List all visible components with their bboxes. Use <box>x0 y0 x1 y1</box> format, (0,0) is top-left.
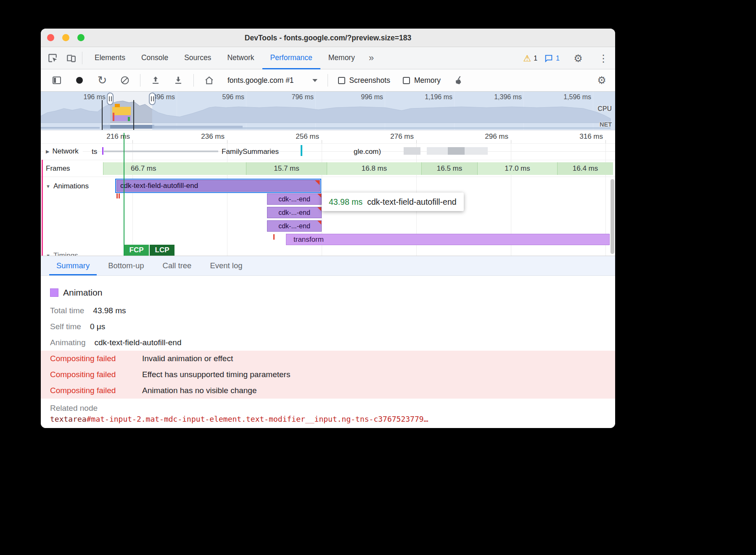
animation-bar[interactable]: cdk-...-end <box>267 207 322 218</box>
network-request-marker[interactable] <box>102 147 103 155</box>
frame-duration: 15.7 ms <box>274 164 299 173</box>
track-highlight-line <box>42 160 43 256</box>
network-track-toggle[interactable]: ▶ Network <box>43 146 83 157</box>
screenshots-label: Screenshots <box>349 76 390 85</box>
overview-time-label: 1,596 ms <box>556 93 591 101</box>
tab-bottom-up[interactable]: Bottom-up <box>101 256 151 275</box>
tab-memory[interactable]: Memory <box>320 47 363 69</box>
network-request-fragment[interactable]: gle.com) <box>354 148 381 156</box>
compositing-warning-row: Compositing failed Effect has unsupporte… <box>41 367 615 383</box>
ruler-tick-label: 296 ms <box>468 132 508 141</box>
warnings-badge[interactable]: ⚠ 1 <box>523 53 537 63</box>
inspect-element-icon[interactable] <box>46 51 59 65</box>
page-select-dropdown[interactable]: fonts.google.com #1 <box>227 76 317 85</box>
tab-console[interactable]: Console <box>133 47 176 69</box>
frame-segment[interactable]: 16.4 ms <box>557 162 613 175</box>
frame-segment[interactable]: 16.5 ms <box>421 162 477 175</box>
trace-marker-line <box>102 100 103 130</box>
summary-panel: Animation Total time 43.98 ms Self time … <box>41 276 615 428</box>
animating-value: cdk-text-field-autofill-end <box>95 338 182 347</box>
total-time-value: 43.98 ms <box>93 306 126 315</box>
kebab-menu-icon[interactable]: ⋮ <box>597 52 610 65</box>
frame-duration: 16.4 ms <box>573 164 598 173</box>
animation-start-tick <box>116 193 118 198</box>
selection-handle-right[interactable] <box>149 92 156 105</box>
home-icon[interactable] <box>202 74 216 87</box>
devtools-tab-bar: Elements Console Sources Network Perform… <box>41 47 615 69</box>
tab-call-tree[interactable]: Call tree <box>156 256 199 275</box>
reload-and-record-icon[interactable]: ↻ <box>95 74 109 87</box>
ruler-tick-label: 256 ms <box>279 132 319 141</box>
tab-sources[interactable]: Sources <box>176 47 219 69</box>
overview-time-label: 1,396 ms <box>486 93 522 101</box>
record-button[interactable] <box>73 74 86 87</box>
titlebar: DevTools - fonts.google.com/?preview.siz… <box>41 29 615 47</box>
divider <box>140 74 140 87</box>
frame-segment[interactable]: 15.7 ms <box>246 162 327 175</box>
tracks-scrollbar-thumb[interactable] <box>611 179 614 254</box>
animations-track-toggle[interactable]: ▼ Animations <box>43 181 93 192</box>
warning-count: 1 <box>534 55 537 62</box>
settings-gear-icon[interactable]: ⚙ <box>571 52 585 65</box>
compositing-failed-corner-icon <box>317 221 321 225</box>
issues-badge[interactable]: 1 <box>544 54 560 63</box>
related-node-link[interactable]: textarea#mat-input-2.mat-mdc-input-eleme… <box>41 414 615 423</box>
animation-bar[interactable]: cdk-...-end <box>267 193 322 205</box>
warning-label: Compositing failed <box>50 354 134 363</box>
divider <box>193 74 194 87</box>
frame-duration: 66.7 ms <box>131 164 156 173</box>
network-request-label[interactable]: FamilySummaries <box>222 148 279 156</box>
close-window-button[interactable] <box>47 34 54 41</box>
frame-segment[interactable]: 16.8 ms <box>327 162 421 175</box>
warning-message: Effect has unsupported timing parameters <box>142 370 290 379</box>
transform-animation-bar[interactable]: transform <box>286 234 610 245</box>
timeline-tracks: ts FamilySummaries gle.com) ▶ Network 66… <box>41 144 615 256</box>
timeline-overview[interactable]: 196 ms 396 ms 596 ms 796 ms 996 ms 1,196… <box>41 92 615 130</box>
self-time-value: 0 μs <box>90 322 105 331</box>
network-request-bar[interactable] <box>404 147 420 155</box>
selection-handle-left[interactable] <box>107 92 114 105</box>
animation-bar[interactable]: cdk-...-end <box>267 220 322 232</box>
warning-label: Compositing failed <box>50 370 134 379</box>
more-tabs-icon[interactable]: » <box>363 53 380 63</box>
compositing-failed-corner-icon <box>317 194 321 198</box>
lcp-marker-badge[interactable]: LCP <box>150 245 174 256</box>
screenshots-checkbox[interactable] <box>338 77 345 84</box>
frame-segment[interactable]: 17.0 ms <box>477 162 557 175</box>
animation-tooltip: 43.98 ms cdk-text-field-autofill-end <box>322 193 464 211</box>
toggle-sidebar-icon[interactable] <box>50 74 63 87</box>
tab-summary[interactable]: Summary <box>49 256 97 275</box>
related-node-selector: #mat-input-2.mat-mdc-input-element.text-… <box>87 415 428 423</box>
disclosure-expanded-icon: ▼ <box>46 184 50 189</box>
network-request-bar[interactable] <box>104 151 218 152</box>
network-request-bar-active[interactable] <box>448 147 465 155</box>
zoom-window-button[interactable] <box>77 34 85 41</box>
collect-garbage-icon[interactable] <box>452 74 465 87</box>
animation-bar-selected[interactable]: cdk-text-field-autofill-end <box>116 180 320 192</box>
device-toolbar-icon[interactable] <box>64 51 78 65</box>
network-request-marker[interactable] <box>301 145 302 156</box>
timeline-ruler[interactable]: 216 ms 236 ms 256 ms 276 ms 296 ms 316 m… <box>41 130 615 144</box>
network-request-fragment[interactable]: ts <box>92 148 97 156</box>
capture-settings-gear-icon[interactable]: ⚙ <box>595 74 608 87</box>
tab-elements[interactable]: Elements <box>87 47 133 69</box>
issues-bubble-icon <box>544 54 553 63</box>
frame-segment[interactable]: 66.7 ms <box>103 162 246 175</box>
load-profile-icon[interactable] <box>149 74 162 87</box>
window-title: DevTools - fonts.google.com/?preview.siz… <box>41 29 615 47</box>
fcp-marker-badge[interactable]: FCP <box>124 245 149 256</box>
tab-event-log[interactable]: Event log <box>203 256 249 275</box>
animation-color-swatch <box>50 288 58 297</box>
clear-recording-icon[interactable] <box>118 74 132 87</box>
tab-performance[interactable]: Performance <box>262 47 320 69</box>
memory-checkbox[interactable] <box>403 77 410 84</box>
animating-row: Animating cdk-text-field-autofill-end <box>41 335 615 351</box>
animation-bar-label: cdk-...-end <box>278 222 310 230</box>
save-profile-icon[interactable] <box>172 74 185 87</box>
animation-bar-label: cdk-...-end <box>278 196 310 203</box>
timings-track-toggle[interactable]: ▼ Timings <box>46 251 78 256</box>
minimize-window-button[interactable] <box>62 34 69 41</box>
frames-track-toggle[interactable]: Frames <box>43 163 74 174</box>
tab-network[interactable]: Network <box>219 47 262 69</box>
issues-count: 1 <box>556 55 560 62</box>
